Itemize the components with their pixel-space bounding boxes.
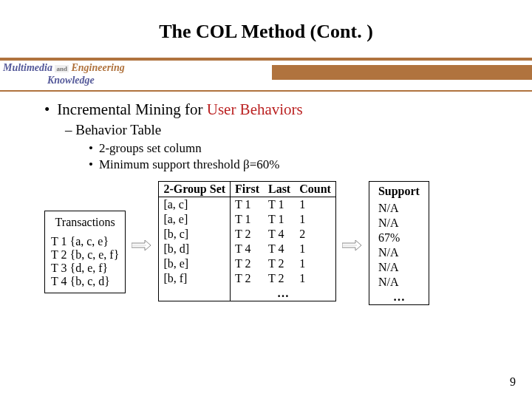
support-header: Support: [369, 182, 429, 201]
lower-region: Transactions T 1 {a, c, e} T 2 {b, c, e,…: [0, 174, 532, 305]
cell-last: T 4: [264, 242, 295, 256]
support-row: 67%: [369, 231, 429, 245]
banner: Multimedia and Engineering Knowledge: [0, 58, 532, 92]
bullet-dot-icon: •: [44, 100, 50, 118]
arrow-left-col: [132, 240, 152, 250]
support-row: N/A: [369, 245, 429, 260]
banner-logo: Multimedia and Engineering Knowledge: [0, 61, 272, 89]
banner-word-knowledge: Knowledge: [3, 75, 269, 87]
cell-first: T 1: [231, 212, 264, 227]
table-ellipsis-row: …: [159, 286, 336, 301]
bullet-dot-icon: •: [89, 141, 93, 155]
table-row: [a, e] T 1 T 1 1: [159, 212, 336, 227]
banner-word-and: and: [55, 65, 69, 72]
cell-last: T 4: [264, 227, 295, 242]
cell-first: T 2: [231, 271, 264, 286]
cell-gs: [b, f]: [159, 271, 231, 286]
cell-last: T 1: [264, 197, 295, 212]
cell-count: 1: [295, 242, 335, 256]
bullet2-text: Behavior Table: [75, 122, 161, 137]
bullet-level1: •Incremental Mining for User Behaviors: [44, 100, 502, 119]
arrow-right-icon: [342, 240, 361, 250]
col-header-count: Count: [295, 181, 335, 197]
support-row: N/A: [369, 201, 429, 216]
cell-last: T 2: [264, 256, 295, 271]
bullet3b-text: Minimum support threshold β=60%: [99, 157, 279, 171]
bullet3a-text: 2-groups set column: [99, 141, 202, 155]
support-row: N/A: [369, 216, 429, 231]
transactions-box: Transactions T 1 {a, c, e} T 2 {b, c, e,…: [44, 211, 126, 293]
page-number: 9: [510, 375, 516, 389]
cell-first: T 1: [231, 197, 264, 212]
table-row: [b, d] T 4 T 4 1: [159, 242, 336, 256]
cell-count: 1: [295, 197, 335, 212]
table-row: [b, c] T 2 T 4 2: [159, 227, 336, 242]
cell-last: T 1: [264, 212, 295, 227]
banner-word-engineering: Engineering: [71, 62, 124, 73]
table-row: [a, c] T 1 T 1 1: [159, 197, 336, 212]
cell-count: 1: [295, 256, 335, 271]
bullet-level3-b: •Minimum support threshold β=60%: [44, 157, 502, 172]
col-header-last: Last: [264, 181, 295, 197]
bullet1-red: User Behaviors: [207, 100, 303, 118]
cell-count: 1: [295, 212, 335, 227]
arrow-right-col: [342, 240, 363, 250]
support-row: N/A: [369, 260, 429, 275]
banner-bar-right: [272, 65, 532, 80]
col-header-groupset: 2-Group Set: [159, 181, 231, 197]
support-ellipsis: …: [369, 290, 429, 304]
bullet-level3-a: •2-groups set column: [44, 141, 502, 156]
cell-gs: [b, d]: [159, 242, 231, 256]
banner-bar-bottom: [0, 90, 532, 92]
cell-first: T 2: [231, 227, 264, 242]
content: •Incremental Mining for User Behaviors –…: [0, 95, 532, 172]
support-row: N/A: [369, 275, 429, 290]
table-row: [b, f] T 2 T 2 1: [159, 271, 336, 286]
transactions-row: T 1 {a, c, e}: [51, 235, 119, 248]
cell-gs: [a, e]: [159, 212, 231, 227]
cell-count: 2: [295, 227, 335, 242]
cell-last: T 2: [264, 271, 295, 286]
col-header-first: First: [231, 181, 264, 197]
banner-word-multimedia: Multimedia: [3, 62, 52, 73]
group-set-table: 2-Group Set First Last Count [a, c] T 1 …: [158, 181, 336, 301]
cell-first: T 2: [231, 256, 264, 271]
transactions-row: T 4 {b, c, d}: [51, 275, 119, 288]
transactions-row: T 2 {b, c, e, f}: [51, 248, 119, 262]
bullet-level2: – Behavior Table: [44, 122, 502, 138]
arrow-right-icon: [132, 240, 151, 250]
ellipsis: …: [231, 286, 336, 301]
transactions-header: Transactions: [51, 214, 119, 235]
transactions-row: T 3 {d, e, f}: [51, 262, 119, 275]
slide-title: The COL Method (Cont. ): [0, 0, 532, 43]
support-box: Support N/A N/A 67% N/A N/A N/A …: [369, 181, 429, 305]
cell-gs: [b, e]: [159, 256, 231, 271]
table-row: [b, e] T 2 T 2 1: [159, 256, 336, 271]
bullet-dot-icon: •: [89, 157, 93, 171]
cell-gs: [b, c]: [159, 227, 231, 242]
cell-first: T 4: [231, 242, 264, 256]
cell-count: 1: [295, 271, 335, 286]
bullet1-text: Incremental Mining for: [57, 100, 206, 118]
cell-gs: [a, c]: [159, 197, 231, 212]
